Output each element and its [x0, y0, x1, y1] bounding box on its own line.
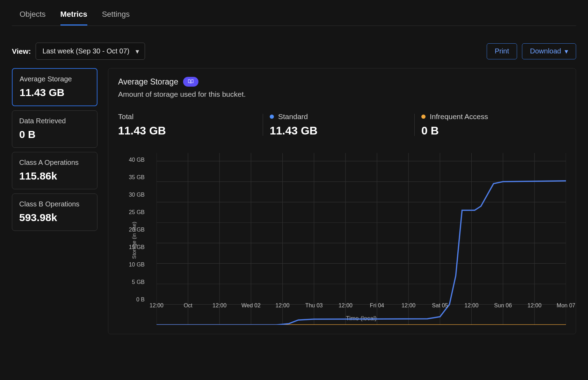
print-button-label: Print	[495, 47, 509, 55]
print-button[interactable]: Print	[487, 43, 517, 59]
book-icon	[188, 79, 194, 85]
y-tick-label: 10 GB	[124, 262, 145, 268]
card-value: 0 B	[19, 129, 90, 140]
divider	[263, 114, 263, 136]
y-tick-label: 20 GB	[124, 227, 145, 233]
x-tick-label: 12:00	[150, 302, 164, 309]
sidebar-card-class-a-operations[interactable]: Class A Operations 115.86k	[12, 152, 97, 189]
y-tick-label: 15 GB	[124, 244, 145, 250]
view-select[interactable]: Last week (Sep 30 - Oct 07) ▾	[36, 43, 145, 60]
x-tick-label: 12:00	[276, 302, 290, 309]
card-label: Average Storage	[20, 75, 90, 83]
x-tick-label: Sun 06	[494, 302, 512, 309]
divider	[414, 114, 415, 136]
caret-down-icon: ▾	[565, 47, 568, 56]
storage-chart: Storage (in use) 0 B5 GB10 GB15 GB20 GB2…	[118, 153, 566, 328]
x-ticks: 12:00Oct12:00Wed 0212:00Thu 0312:00Fri 0…	[157, 302, 566, 313]
card-label: Data Retrieved	[19, 117, 90, 125]
card-value: 115.86k	[19, 170, 90, 182]
legend-dot-blue	[270, 115, 274, 119]
x-tick-label: Thu 03	[305, 302, 323, 309]
stat-infrequent-access: Infrequent Access 0 B	[414, 112, 566, 137]
x-tick-label: 12:00	[212, 302, 226, 309]
x-tick-label: Sat 05	[432, 302, 448, 309]
tab-settings[interactable]: Settings	[102, 6, 130, 25]
stat-value: 11.43 GB	[270, 124, 414, 137]
stat-value: 11.43 GB	[118, 124, 263, 137]
x-tick-label: Fri 04	[370, 302, 384, 309]
sidebar-card-data-retrieved[interactable]: Data Retrieved 0 B	[12, 110, 97, 148]
tab-objects[interactable]: Objects	[20, 6, 46, 25]
stat-label-text: Standard	[278, 112, 308, 121]
stat-label: Total	[118, 112, 263, 121]
chart-svg	[157, 153, 566, 325]
sidebar-card-class-b-operations[interactable]: Class B Operations 593.98k	[12, 193, 97, 231]
card-value: 11.43 GB	[20, 87, 90, 98]
card-label: Class A Operations	[19, 159, 90, 167]
card-value: 593.98k	[19, 212, 90, 224]
stat-label: Standard	[270, 112, 414, 121]
tabs-bar: Objects Metrics Settings	[12, 0, 576, 26]
x-tick-label: Oct	[184, 302, 193, 309]
view-select-value: Last week (Sep 30 - Oct 07)	[42, 47, 129, 55]
tab-metrics[interactable]: Metrics	[60, 6, 87, 25]
download-button[interactable]: Download ▾	[522, 43, 576, 59]
y-tick-label: 35 GB	[124, 174, 145, 181]
x-tick-label: 12:00	[465, 302, 479, 309]
plot-area: 0 B5 GB10 GB15 GB20 GB25 GB30 GB35 GB40 …	[136, 153, 566, 300]
view-group: View: Last week (Sep 30 - Oct 07) ▾	[12, 43, 145, 60]
caret-down-icon: ▾	[136, 47, 139, 56]
toolbar: View: Last week (Sep 30 - Oct 07) ▾ Prin…	[12, 26, 576, 68]
y-tick-label: 5 GB	[124, 279, 145, 285]
download-button-label: Download	[530, 47, 561, 55]
stat-value: 0 B	[421, 124, 566, 137]
y-tick-label: 0 B	[124, 297, 145, 303]
docs-badge[interactable]	[183, 77, 198, 87]
stat-total: Total 11.43 GB	[118, 112, 263, 137]
x-tick-label: Wed 02	[241, 302, 261, 309]
stat-label-text: Total	[118, 112, 133, 121]
panel-title: Average Storage	[118, 77, 178, 87]
view-label: View:	[12, 47, 31, 56]
x-tick-label: 12:00	[401, 302, 415, 309]
x-tick-label: 12:00	[528, 302, 542, 309]
y-tick-label: 30 GB	[124, 192, 145, 198]
stats-row: Total 11.43 GB Standard 11.43 GB Infrequ…	[118, 112, 566, 137]
y-ticks: 0 B5 GB10 GB15 GB20 GB25 GB30 GB35 GB40 …	[133, 153, 154, 300]
metrics-panel: Average Storage Amount of storage used f…	[108, 68, 576, 334]
y-tick-label: 25 GB	[124, 209, 145, 215]
panel-header: Average Storage	[118, 77, 566, 87]
x-tick-label: 12:00	[339, 302, 353, 309]
y-tick-label: 40 GB	[124, 157, 145, 163]
toolbar-actions: Print Download ▾	[487, 43, 576, 59]
legend-dot-orange	[421, 115, 426, 119]
x-tick-label: Mon 07	[557, 302, 575, 309]
sidebar-card-average-storage[interactable]: Average Storage 11.43 GB	[12, 68, 97, 106]
panel-description: Amount of storage used for this bucket.	[118, 90, 566, 98]
card-label: Class B Operations	[19, 200, 90, 208]
stat-standard: Standard 11.43 GB	[263, 112, 414, 137]
metrics-sidebar: Average Storage 11.43 GB Data Retrieved …	[12, 68, 97, 334]
main: Average Storage 11.43 GB Data Retrieved …	[12, 68, 576, 334]
stat-label-text: Infrequent Access	[430, 112, 488, 121]
stat-label: Infrequent Access	[421, 112, 566, 121]
